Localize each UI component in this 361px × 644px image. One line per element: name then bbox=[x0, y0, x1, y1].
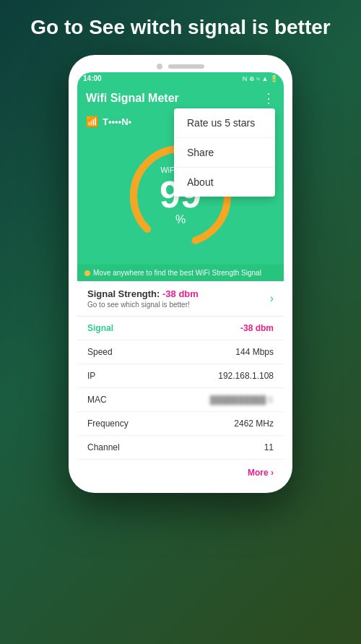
data-label-ip: IP bbox=[87, 371, 95, 381]
signal-strength-title: Signal Strength: -38 dbm bbox=[87, 288, 199, 299]
hint-dot bbox=[84, 270, 90, 276]
data-value-ip: 192.168.1.108 bbox=[218, 371, 274, 381]
phone-camera bbox=[157, 64, 162, 69]
status-bar: 14:00 N ⊕ ≈ ▲ 🔋 bbox=[77, 72, 284, 85]
hint-text: Move anywhere to find the best WiFi Stre… bbox=[93, 269, 261, 277]
data-label-signal: Signal bbox=[87, 323, 113, 333]
page-title: Go to See witch signal is better bbox=[9, 0, 352, 51]
data-value-speed: 144 Mbps bbox=[235, 347, 274, 357]
phone-notch bbox=[77, 64, 284, 69]
chevron-right-icon: › bbox=[270, 292, 274, 305]
menu-button[interactable]: ⋮ bbox=[262, 90, 275, 106]
data-value-mac: ██████████ E bbox=[210, 395, 274, 404]
signal-strength-left: Signal Strength: -38 dbm Go to see which… bbox=[87, 288, 199, 309]
more-link[interactable]: More › bbox=[248, 468, 274, 478]
wifi-name: T••••N• bbox=[103, 116, 131, 127]
data-label-frequency: Frequency bbox=[87, 418, 129, 429]
move-hint: Move anywhere to find the best WiFi Stre… bbox=[77, 265, 284, 281]
data-value-signal: -38 dbm bbox=[240, 323, 274, 333]
table-row: IP 192.168.1.108 bbox=[77, 364, 284, 388]
table-row: Frequency 2462 MHz bbox=[77, 412, 284, 436]
menu-item-about[interactable]: About bbox=[174, 168, 275, 197]
wifi-icon: 📶 bbox=[86, 116, 98, 127]
data-label-mac: MAC bbox=[87, 395, 107, 405]
more-row: More › bbox=[77, 460, 284, 484]
app-title: Wifi Signal Meter bbox=[86, 92, 179, 105]
signal-percent: % bbox=[175, 213, 186, 226]
data-label-speed: Speed bbox=[87, 347, 113, 357]
menu-item-rate[interactable]: Rate us 5 stars bbox=[174, 108, 275, 138]
phone-speaker bbox=[168, 64, 204, 69]
signal-strength-value: -38 dbm bbox=[162, 288, 199, 299]
data-value-channel: 11 bbox=[264, 442, 274, 452]
data-table: Signal -38 dbm Speed 144 Mbps IP 192.168… bbox=[77, 317, 284, 484]
phone-screen: 14:00 N ⊕ ≈ ▲ 🔋 Wifi Signal Meter ⋮ Rate… bbox=[77, 72, 284, 484]
table-row: Signal -38 dbm bbox=[77, 317, 284, 340]
signal-strength-sub: Go to see which signal is better! bbox=[87, 301, 199, 309]
data-label-channel: Channel bbox=[87, 442, 120, 452]
table-row: MAC ██████████ E bbox=[77, 388, 284, 412]
table-row: Channel 11 bbox=[77, 436, 284, 460]
signal-strength-card[interactable]: Signal Strength: -38 dbm Go to see which… bbox=[77, 281, 284, 317]
table-row: Speed 144 Mbps bbox=[77, 340, 284, 364]
dropdown-menu: Rate us 5 stars Share About bbox=[174, 108, 275, 197]
phone-mockup: 14:00 N ⊕ ≈ ▲ 🔋 Wifi Signal Meter ⋮ Rate… bbox=[69, 55, 292, 493]
status-time: 14:00 bbox=[83, 74, 102, 82]
status-icons: N ⊕ ≈ ▲ 🔋 bbox=[243, 75, 278, 82]
data-value-frequency: 2462 MHz bbox=[234, 418, 274, 429]
menu-item-share[interactable]: Share bbox=[174, 138, 275, 168]
